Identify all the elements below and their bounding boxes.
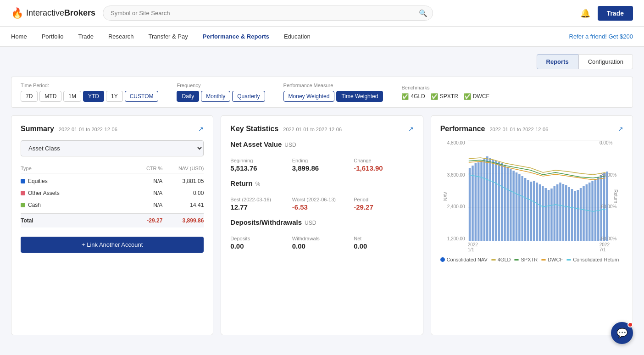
freq-quarterly[interactable]: Quarterly [232, 91, 265, 102]
svg-rect-32 [550, 189, 553, 241]
nav-portfolio[interactable]: Portfolio [42, 33, 64, 40]
nav-trade[interactable]: Trade [78, 33, 93, 40]
key-stats-card: Key Statistics 2022-01-01 to 2022-12-06 … [221, 115, 423, 335]
nav-performance[interactable]: Performance & Reports [203, 33, 269, 40]
chat-badge [627, 322, 633, 327]
ending-stat: Ending 3,899.86 [292, 158, 352, 172]
nav-home[interactable]: Home [11, 33, 27, 40]
table-row: Other Assets N/A 0.00 [21, 187, 204, 199]
svg-rect-17 [506, 167, 509, 241]
benchmarks-label: Benchmarks [401, 85, 489, 90]
freq-daily[interactable]: Daily [177, 91, 199, 102]
key-stats-expand-icon[interactable]: ↗ [408, 125, 414, 133]
svg-rect-28 [539, 184, 541, 241]
time-custom[interactable]: CUSTOM [125, 91, 159, 102]
main-content: Reports Configuration Time Period: 7D MT… [0, 47, 644, 343]
filters-bar: Time Period: 7D MTD 1M YTD 1Y CUSTOM Fre… [11, 77, 633, 108]
logo[interactable]: 🔥 InteractiveBrokers [11, 7, 95, 19]
best-value: 12.77 [230, 203, 290, 211]
svg-rect-11 [489, 158, 491, 241]
svg-rect-44 [585, 184, 588, 241]
perf-time[interactable]: Time Weighted [336, 91, 383, 102]
period-value: -29.27 [354, 203, 413, 211]
trade-button[interactable]: Trade [598, 6, 633, 21]
time-mtd[interactable]: MTD [39, 91, 61, 102]
benchmark-spxtr[interactable]: ✅SPXTR [431, 93, 458, 100]
legend-dot [514, 259, 519, 261]
summary-expand-icon[interactable]: ↗ [198, 125, 204, 133]
worst-value: -6.53 [292, 203, 352, 211]
summary-card: Summary 2022-01-01 to 2022-12-06 ↗ Asset… [11, 115, 213, 335]
svg-rect-23 [524, 178, 526, 241]
time-ytd[interactable]: YTD [83, 91, 104, 102]
deposits-section: Deposits/Withdrawals USD Deposits 0.00 W… [230, 218, 413, 250]
withdrawals-value: 0.00 [292, 242, 352, 250]
top-tab-bar: Reports Configuration [11, 54, 633, 69]
performance-chart [468, 140, 610, 241]
svg-rect-30 [544, 188, 547, 241]
performance-expand-icon[interactable]: ↗ [618, 125, 623, 133]
time-1m[interactable]: 1M [63, 91, 81, 102]
return-section-title: Return % [230, 179, 413, 187]
period-label: Period [354, 197, 413, 202]
svg-rect-47 [594, 179, 596, 241]
deposits-grid: Deposits 0.00 Withdrawals 0.00 Net 0.00 [230, 236, 413, 250]
svg-rect-16 [504, 165, 506, 241]
performance-date: 2022-01-01 to 2022-12-06 [489, 127, 548, 132]
svg-rect-27 [536, 183, 538, 241]
svg-rect-40 [574, 191, 576, 241]
benchmark-items: ✅4GLD ✅SPXTR ✅DWCF [401, 93, 489, 100]
change-stat: Change -1,613.90 [354, 158, 413, 172]
divider [230, 230, 413, 230]
nav-transfer[interactable]: Transfer & Pay [149, 33, 188, 40]
svg-rect-34 [556, 184, 559, 241]
chart-legend: Consolidated NAV 4GLD SPXTR DWCF Consoli… [440, 257, 623, 262]
other-dot [21, 191, 25, 195]
legend-4gld: 4GLD [491, 257, 511, 262]
withdrawals-label: Withdrawals [292, 236, 352, 241]
benchmark-4gld[interactable]: ✅4GLD [401, 93, 425, 100]
svg-rect-29 [542, 186, 544, 241]
total-label: Total [21, 217, 126, 224]
row-cash-label: Cash [21, 202, 126, 208]
nav-research[interactable]: Research [108, 33, 134, 40]
bar-group [468, 156, 608, 241]
nav-education[interactable]: Education [284, 33, 311, 40]
time-1y[interactable]: 1Y [106, 91, 123, 102]
beginning-stat: Beginning 5,513.76 [230, 158, 290, 172]
bell-icon[interactable]: 🔔 [580, 8, 590, 18]
best-stat: Best (2022-03-16) 12.77 [230, 197, 290, 211]
time-7d[interactable]: 7D [21, 91, 38, 102]
svg-rect-45 [588, 183, 591, 241]
divider [230, 152, 413, 152]
change-value: -1,613.90 [354, 164, 413, 172]
cash-nav: 14.41 [162, 202, 204, 208]
header-right: 🔔 Trade [580, 6, 633, 21]
frequency-options: Daily Monthly Quarterly [177, 91, 265, 102]
asset-class-select[interactable]: Asset Class [21, 140, 204, 156]
svg-rect-19 [512, 171, 515, 241]
return-axis-label: Return [613, 189, 618, 203]
svg-rect-31 [547, 190, 550, 241]
perf-money[interactable]: Money Weighted [283, 91, 335, 102]
check-icon: ✅ [464, 93, 471, 100]
tab-configuration[interactable]: Configuration [578, 54, 633, 69]
tab-reports[interactable]: Reports [537, 54, 578, 69]
svg-rect-24 [527, 180, 529, 241]
frequency-label: Frequency [177, 83, 265, 88]
link-account-button[interactable]: + Link Another Account [21, 237, 204, 253]
equities-dot [21, 179, 25, 183]
nav-refer[interactable]: Refer a friend! Get $200 [569, 33, 633, 40]
svg-rect-35 [559, 183, 561, 241]
key-stats-date: 2022-01-01 to 2022-12-06 [283, 127, 342, 132]
freq-monthly[interactable]: Monthly [201, 91, 230, 102]
benchmark-dwcf[interactable]: ✅DWCF [464, 93, 489, 100]
search-input[interactable] [103, 6, 433, 21]
chat-widget[interactable]: 💬 [611, 322, 633, 343]
svg-rect-36 [562, 184, 564, 241]
return-stats-grid: Best (2022-03-16) 12.77 Worst (2022-06-1… [230, 197, 413, 211]
main-nav: Home Portfolio Trade Research Transfer &… [0, 27, 644, 47]
key-stats-header: Key Statistics 2022-01-01 to 2022-12-06 … [230, 125, 413, 133]
equities-ctr: N/A [126, 178, 162, 184]
svg-rect-42 [579, 188, 582, 241]
